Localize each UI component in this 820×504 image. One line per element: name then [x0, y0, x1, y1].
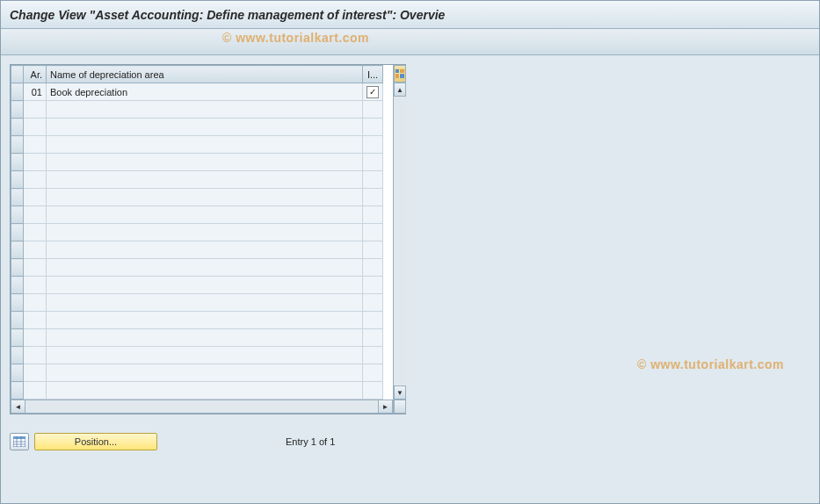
cell-name[interactable] [47, 294, 363, 312]
table-row[interactable] [11, 364, 383, 382]
row-selector[interactable] [11, 171, 24, 189]
row-selector[interactable] [11, 312, 24, 329]
cell-area[interactable] [24, 206, 47, 224]
row-selector[interactable] [11, 189, 24, 206]
cell-area[interactable] [24, 277, 47, 294]
cell-interest[interactable] [363, 364, 383, 382]
row-selector[interactable] [11, 329, 24, 347]
scroll-track[interactable] [25, 400, 378, 413]
cell-area[interactable] [24, 224, 47, 241]
row-selector[interactable] [11, 382, 24, 400]
row-selector[interactable] [11, 154, 24, 171]
scroll-right-button[interactable]: ► [378, 400, 392, 413]
cell-area[interactable]: 01 [24, 83, 47, 101]
scroll-left-button[interactable]: ◄ [11, 400, 25, 413]
table-row[interactable] [11, 277, 383, 294]
cell-interest[interactable] [363, 347, 383, 364]
table-row[interactable] [11, 101, 383, 119]
table-row[interactable] [11, 259, 383, 277]
table-row[interactable] [11, 154, 383, 171]
column-area[interactable]: Ar. [24, 66, 47, 83]
table-row[interactable] [11, 206, 383, 224]
cell-area[interactable] [24, 189, 47, 206]
scroll-up-button[interactable]: ▲ [394, 83, 406, 97]
cell-area[interactable] [24, 101, 47, 119]
cell-interest[interactable] [363, 329, 383, 347]
cell-interest[interactable] [363, 171, 383, 189]
row-selector[interactable] [11, 83, 24, 101]
column-name[interactable]: Name of depreciation area [47, 66, 363, 83]
cell-name[interactable] [47, 329, 363, 347]
row-selector[interactable] [11, 364, 24, 382]
table-row[interactable] [11, 224, 383, 241]
cell-name[interactable] [47, 171, 363, 189]
cell-name[interactable] [47, 277, 363, 294]
cell-area[interactable] [24, 382, 47, 400]
cell-area[interactable] [24, 241, 47, 259]
row-selector[interactable] [11, 259, 24, 277]
cell-interest[interactable] [363, 101, 383, 119]
cell-name[interactable] [47, 364, 363, 382]
cell-name[interactable] [47, 382, 363, 400]
table-config-button[interactable] [394, 65, 406, 83]
scroll-down-button[interactable]: ▼ [394, 385, 406, 400]
table-row[interactable] [11, 171, 383, 189]
table-row[interactable] [11, 329, 383, 347]
row-selector[interactable] [11, 136, 24, 154]
table-row[interactable]: 01Book depreciation✓ [11, 83, 383, 101]
row-selector[interactable] [11, 277, 24, 294]
cell-name[interactable]: Book depreciation [47, 83, 363, 101]
table-row[interactable] [11, 119, 383, 136]
row-selector[interactable] [11, 119, 24, 136]
cell-name[interactable] [47, 154, 363, 171]
row-selector[interactable] [11, 294, 24, 312]
horizontal-scrollbar[interactable]: ◄ ► [11, 400, 393, 414]
cell-name[interactable] [47, 347, 363, 364]
table-row[interactable] [11, 347, 383, 364]
cell-interest[interactable] [363, 189, 383, 206]
cell-area[interactable] [24, 259, 47, 277]
table-row[interactable] [11, 294, 383, 312]
layout-button[interactable] [10, 433, 29, 450]
column-selector[interactable] [11, 66, 24, 83]
cell-name[interactable] [47, 101, 363, 119]
table-row[interactable] [11, 382, 383, 400]
cell-name[interactable] [47, 119, 363, 136]
cell-area[interactable] [24, 119, 47, 136]
scroll-track[interactable] [394, 97, 406, 385]
cell-area[interactable] [24, 329, 47, 347]
cell-name[interactable] [47, 259, 363, 277]
row-selector[interactable] [11, 224, 24, 241]
table-row[interactable] [11, 136, 383, 154]
table-row[interactable] [11, 241, 383, 259]
cell-area[interactable] [24, 171, 47, 189]
cell-name[interactable] [47, 312, 363, 329]
cell-area[interactable] [24, 294, 47, 312]
cell-name[interactable] [47, 189, 363, 206]
cell-area[interactable] [24, 136, 47, 154]
row-selector[interactable] [11, 101, 24, 119]
cell-area[interactable] [24, 364, 47, 382]
cell-name[interactable] [47, 136, 363, 154]
cell-interest[interactable] [363, 206, 383, 224]
cell-name[interactable] [47, 224, 363, 241]
table-row[interactable] [11, 189, 383, 206]
cell-area[interactable] [24, 154, 47, 171]
vertical-scrollbar[interactable]: ▲ ▼ [393, 65, 406, 414]
cell-area[interactable] [24, 347, 47, 364]
cell-interest[interactable] [363, 241, 383, 259]
cell-interest[interactable] [363, 136, 383, 154]
cell-area[interactable] [24, 312, 47, 329]
cell-interest[interactable] [363, 119, 383, 136]
row-selector[interactable] [11, 206, 24, 224]
cell-interest[interactable] [363, 294, 383, 312]
cell-interest[interactable] [363, 312, 383, 329]
row-selector[interactable] [11, 347, 24, 364]
position-button[interactable]: Position... [34, 433, 157, 450]
column-interest[interactable]: I... [363, 66, 383, 83]
cell-interest[interactable]: ✓ [363, 83, 383, 101]
cell-interest[interactable] [363, 259, 383, 277]
cell-name[interactable] [47, 241, 363, 259]
checkbox-checked-icon[interactable]: ✓ [366, 86, 379, 98]
cell-interest[interactable] [363, 277, 383, 294]
